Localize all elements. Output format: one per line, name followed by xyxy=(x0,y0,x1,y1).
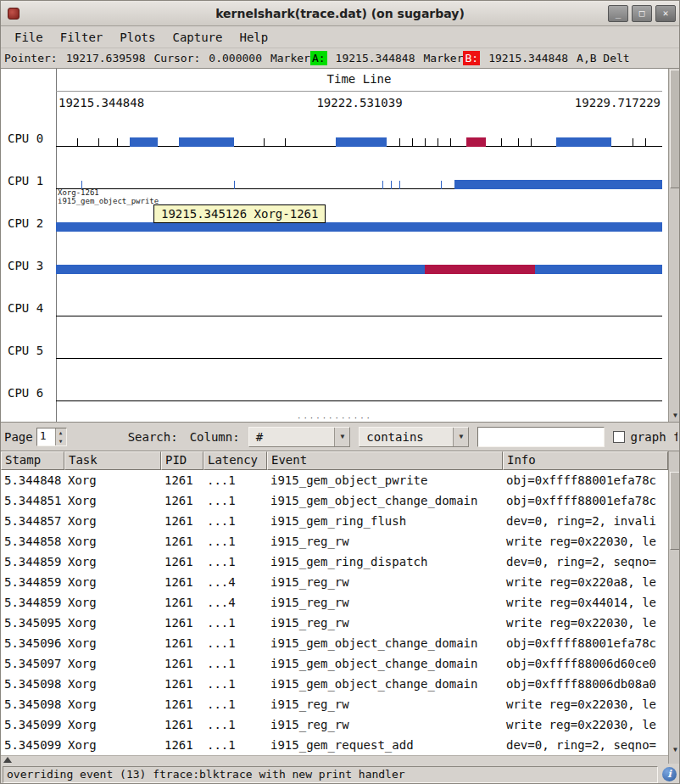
task-bar-blue[interactable] xyxy=(336,137,387,147)
cpu-plot[interactable] xyxy=(56,204,662,247)
graph-scrollbar[interactable]: ▼ xyxy=(668,69,680,422)
column-header-stamp[interactable]: Stamp xyxy=(1,451,64,470)
pointer-label: Pointer: xyxy=(4,52,58,64)
table-row[interactable]: 5.344857Xorg1261...1i915_gem_ring_flushd… xyxy=(1,511,668,531)
cell-info: dev=0, ring=2, seqno= xyxy=(503,552,668,572)
table-scroll-down-icon[interactable]: ▼ xyxy=(669,746,680,753)
table-row[interactable]: 5.345095Xorg1261...1i915_reg_rwwrite reg… xyxy=(1,613,668,633)
cpu-plot[interactable] xyxy=(56,247,662,289)
cpu-label: CPU 6 xyxy=(1,374,56,417)
timestamp-start: 19215.344848 xyxy=(59,96,144,109)
column-header-task[interactable]: Task xyxy=(64,451,161,470)
task-bar-blue[interactable] xyxy=(179,137,234,147)
cpu-plot[interactable] xyxy=(56,374,662,417)
table-row[interactable]: 5.345097Xorg1261...1i915_gem_object_chan… xyxy=(1,653,668,674)
cell-pid: 1261 xyxy=(161,490,203,511)
cell-pid: 1261 xyxy=(161,613,203,633)
task-bar-blue[interactable] xyxy=(56,222,662,232)
table-row[interactable]: 5.344859Xorg1261...4i915_reg_rwwrite reg… xyxy=(1,592,668,613)
menu-plots[interactable]: Plots xyxy=(111,28,164,47)
menu-filter[interactable]: Filter xyxy=(52,28,112,47)
cpu-plot[interactable] xyxy=(56,120,662,162)
event-tick xyxy=(98,138,99,147)
page-value[interactable]: 1 xyxy=(37,428,55,445)
cell-latency: ...4 xyxy=(203,592,267,613)
column-header-event[interactable]: Event xyxy=(267,451,503,470)
scroll-indicator-icon[interactable] xyxy=(3,757,12,763)
search-input[interactable] xyxy=(477,427,605,447)
spinner-up-icon[interactable]: ▲ xyxy=(56,428,66,437)
cell-info: dev=0, ring=2, invali xyxy=(503,511,668,531)
table-row[interactable]: 5.345098Xorg1261...1i915_reg_rwwrite reg… xyxy=(1,694,668,714)
cpu-label: CPU 0 xyxy=(1,120,56,162)
table-row[interactable]: 5.344859Xorg1261...4i915_reg_rwwrite reg… xyxy=(1,572,668,592)
task-bar-blue[interactable] xyxy=(56,265,662,274)
maximize-button[interactable]: □ xyxy=(632,5,652,22)
column-header-info[interactable]: Info xyxy=(503,451,668,470)
cell-stamp: 5.345095 xyxy=(1,613,64,633)
match-type-select[interactable]: contains ▼ xyxy=(359,427,469,447)
cursor-label: Cursor: xyxy=(154,52,201,64)
timeline-graph[interactable]: Time Line 19215.344848 19222.531039 1922… xyxy=(1,69,680,423)
info-icon[interactable]: i xyxy=(662,767,677,781)
table-row[interactable]: 5.345098Xorg1261...1i915_gem_object_chan… xyxy=(1,674,668,694)
table-hscrollbar[interactable] xyxy=(1,755,668,764)
table-row[interactable]: 5.344858Xorg1261...1i915_reg_rwwrite reg… xyxy=(1,531,668,552)
chevron-down-icon[interactable]: ▼ xyxy=(334,428,349,446)
cell-task: Xorg xyxy=(64,674,161,694)
event-tick xyxy=(399,181,400,189)
cell-stamp: 5.344848 xyxy=(1,470,64,490)
event-tick xyxy=(391,181,392,189)
cell-info: write reg=0x22030, le xyxy=(503,613,668,633)
page-label: Page xyxy=(4,430,33,444)
cpu-label: CPU 3 xyxy=(1,247,56,289)
graph-follows-label: graph f xyxy=(630,430,677,444)
cpu-row: CPU 2 xyxy=(1,204,668,247)
cell-stamp: 5.344851 xyxy=(1,490,64,511)
chevron-down-icon[interactable]: ▼ xyxy=(453,428,468,446)
spinner-down-icon[interactable]: ▼ xyxy=(56,437,66,445)
menu-help[interactable]: Help xyxy=(231,28,276,47)
table-scrollbar[interactable]: ▼ xyxy=(668,451,680,764)
table-row[interactable]: 5.344848Xorg1261...1i915_gem_object_pwri… xyxy=(1,470,668,490)
cell-latency: ...1 xyxy=(203,674,267,694)
table-row[interactable]: 5.344859Xorg1261...1i915_gem_ring_dispat… xyxy=(1,552,668,572)
cell-event: i915_reg_rw xyxy=(267,613,503,633)
cell-event: i915_gem_object_change_domain xyxy=(267,490,503,511)
cell-info: obj=0xffff88006db08a0 xyxy=(503,674,668,694)
event-tick xyxy=(438,138,438,147)
table-row[interactable]: 5.345096Xorg1261...1i915_gem_object_chan… xyxy=(1,633,668,653)
page-spinner-arrows[interactable]: ▲ ▼ xyxy=(55,428,66,445)
cpu-plot[interactable] xyxy=(56,332,662,374)
menu-capture[interactable]: Capture xyxy=(164,28,231,47)
graph-scroll-down-icon[interactable]: ▼ xyxy=(669,410,680,422)
task-bar-blue[interactable] xyxy=(556,137,611,147)
cell-latency: ...1 xyxy=(203,511,267,531)
table-scrollbar-thumb[interactable] xyxy=(670,472,680,550)
column-header-pid[interactable]: PID xyxy=(161,451,203,470)
task-bar-red[interactable] xyxy=(425,265,535,274)
page-spinner[interactable]: 1 ▲ ▼ xyxy=(36,428,67,446)
cell-task: Xorg xyxy=(64,470,161,490)
graph-follows-checkbox[interactable] xyxy=(613,431,625,443)
cell-info: obj=0xffff88006d60ce0 xyxy=(503,653,668,674)
menu-file[interactable]: File xyxy=(6,28,52,47)
task-bar-red[interactable] xyxy=(466,137,486,147)
column-select[interactable]: # ▼ xyxy=(248,427,351,447)
table-row[interactable]: 5.345099Xorg1261...1i915_reg_rwwrite reg… xyxy=(1,714,668,735)
titlebar[interactable]: kernelshark(trace.dat) (on sugarbay) _ □… xyxy=(1,1,679,26)
cpu-label: CPU 5 xyxy=(1,332,56,374)
cpu-plot[interactable] xyxy=(56,289,662,332)
table-row[interactable]: 5.344851Xorg1261...1i915_gem_object_chan… xyxy=(1,490,668,511)
close-button[interactable]: ✕ xyxy=(655,5,676,22)
graph-scrollbar-thumb[interactable] xyxy=(670,70,680,188)
task-bar-blue[interactable] xyxy=(130,137,158,147)
task-bar-blue[interactable] xyxy=(454,180,662,189)
cell-task: Xorg xyxy=(64,552,161,572)
minimize-button[interactable]: _ xyxy=(608,5,628,22)
graph-bottom-dots: ············ xyxy=(1,415,668,422)
cell-task: Xorg xyxy=(64,572,161,592)
cell-stamp: 5.345099 xyxy=(1,714,64,735)
table-row[interactable]: 5.345099Xorg1261...1i915_gem_request_add… xyxy=(1,735,668,755)
column-header-latency[interactable]: Latency xyxy=(203,451,267,470)
